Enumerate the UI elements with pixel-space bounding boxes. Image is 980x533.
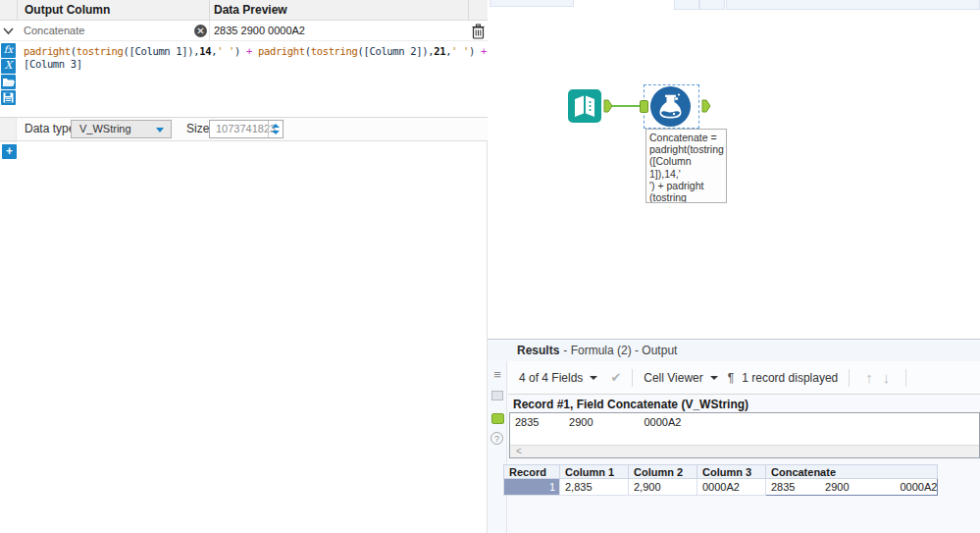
output-column-input[interactable]: Concatenate — [24, 21, 84, 41]
col-header-column2[interactable]: Column 2 — [629, 465, 697, 479]
column1-cell[interactable]: 2,835 — [560, 479, 629, 496]
chevron-down-icon — [2, 25, 15, 37]
whitespace-toggle-icon[interactable]: ¶ — [728, 371, 734, 385]
variables-button[interactable]: X — [1, 59, 16, 74]
collapse-expression-button[interactable] — [2, 24, 17, 38]
rail-filler — [0, 118, 17, 140]
prev-record-icon[interactable]: ↑ — [865, 369, 873, 386]
results-title-suffix: - Formula (2) - Output — [563, 344, 677, 357]
results-panel: Results- Formula (2) - Output ≡ ? 4 of 4… — [488, 339, 980, 533]
formula-config-panel: Output Column Data Preview Concatenate ✕… — [0, 0, 488, 533]
record-number-cell[interactable]: 1 — [504, 479, 560, 496]
spin-down-icon — [272, 131, 280, 134]
expression-editor[interactable]: fx X padright(tostring([Column 1]),14,' … — [0, 41, 488, 118]
col-header-concatenate[interactable]: Concatenate — [766, 465, 938, 479]
output-anchor-icon[interactable] — [491, 413, 504, 424]
expression-grid-header: Output Column Data Preview — [0, 0, 488, 21]
results-title-bold: Results — [517, 344, 559, 357]
column2-cell[interactable]: 2,900 — [629, 479, 697, 496]
canvas-top-fragment — [674, 0, 699, 10]
metadata-view-icon[interactable]: ≡ — [488, 367, 507, 382]
scroll-left-icon[interactable]: < — [516, 446, 522, 457]
spin-up-icon — [272, 124, 280, 128]
col-header-column1[interactable]: Column 1 — [560, 465, 629, 479]
table-header-row: Record Column 1 Column 2 Column 3 Concat… — [504, 465, 938, 479]
delete-expression-button[interactable] — [471, 24, 486, 39]
workflow-canvas[interactable]: Concatenate = padright(tostring ([Column… — [488, 0, 980, 339]
help-icon[interactable]: ? — [490, 432, 503, 445]
results-title: Results- Formula (2) - Output — [488, 341, 980, 361]
formula-tool-annotation[interactable]: Concatenate = padright(tostring ([Column… — [645, 129, 727, 203]
results-left-rail: ≡ ? — [488, 361, 507, 533]
col-header-record[interactable]: Record — [504, 465, 560, 479]
record-count-label: 1 record displayed — [742, 371, 838, 385]
input-data-tool[interactable] — [567, 88, 602, 124]
data-view-icon[interactable] — [491, 391, 503, 400]
data-preview-value: 2835 2900 0000A2 — [214, 21, 305, 41]
data-type-value: V_WString — [79, 121, 131, 137]
add-expression-button[interactable]: + — [2, 144, 17, 159]
cell-viewer-dropdown[interactable]: Cell Viewer — [644, 371, 702, 385]
next-record-icon[interactable]: ↓ — [883, 369, 891, 386]
row-separator — [209, 21, 210, 41]
toolbar-separator — [905, 369, 906, 387]
toolbar-separator — [632, 369, 633, 387]
chevron-down-icon — [156, 128, 164, 133]
output-column-header: Output Column — [25, 0, 110, 21]
cell-viewer-box[interactable]: 2835 2900 0000A2 < — [509, 412, 980, 458]
fields-dropdown[interactable]: 4 of 4 Fields — [519, 371, 583, 385]
save-icon — [2, 91, 15, 104]
data-type-row: Data type: V_WString Size: 1073741823 — [0, 118, 488, 141]
data-preview-header: Data Preview — [214, 0, 287, 21]
formula-code[interactable]: padright(tostring([Column 1]),14,' ') + … — [24, 45, 487, 71]
chevron-down-icon — [710, 376, 718, 380]
chevron-down-icon — [590, 376, 597, 380]
results-table: Record Column 1 Column 2 Column 3 Concat… — [503, 464, 938, 496]
canvas-top-fragment — [490, 0, 574, 7]
clear-field-icon[interactable]: ✕ — [194, 25, 207, 37]
trash-icon — [471, 24, 486, 39]
canvas-top-fragment — [699, 0, 725, 10]
col-header-column3[interactable]: Column 3 — [697, 465, 766, 479]
header-separator — [209, 0, 210, 21]
canvas-top-fragment — [726, 0, 980, 10]
column3-cell[interactable]: 0000A2 — [697, 479, 766, 496]
expression-row: Concatenate ✕ 2835 2900 0000A2 — [0, 21, 488, 41]
formula-tool[interactable] — [649, 85, 692, 128]
table-row: 1 2,835 2,900 0000A2 2835 2900 0000A2 — [504, 479, 938, 496]
formula-tool-output-anchor[interactable] — [701, 99, 711, 113]
data-type-dropdown[interactable]: V_WString — [71, 120, 172, 138]
apply-check-icon[interactable]: ✔ — [610, 370, 621, 385]
formula-tool-input-anchor[interactable] — [640, 100, 648, 113]
open-expression-button[interactable] — [1, 75, 16, 89]
header-separator — [17, 0, 18, 21]
size-spinner[interactable]: 1073741823 — [209, 120, 284, 138]
concatenate-cell-selected[interactable]: 2835 2900 0000A2 — [766, 479, 938, 496]
save-expression-button[interactable] — [1, 90, 16, 105]
results-toolbar: 4 of 4 Fields ✔ Cell Viewer ¶ 1 record d… — [508, 361, 980, 395]
cell-viewer-scrollbar[interactable]: < — [510, 445, 979, 457]
size-value: 1073741823 — [216, 121, 276, 137]
cell-viewer-header: Record #1, Field Concatenate (V_WString) — [513, 398, 748, 411]
functions-button[interactable]: fx — [1, 43, 16, 58]
toolbar-separator — [849, 369, 850, 387]
cell-viewer-content: 2835 2900 0000A2 — [515, 416, 681, 428]
folder-open-icon — [2, 76, 15, 88]
spinner-arrows[interactable] — [268, 121, 283, 137]
header-separator — [468, 0, 469, 21]
